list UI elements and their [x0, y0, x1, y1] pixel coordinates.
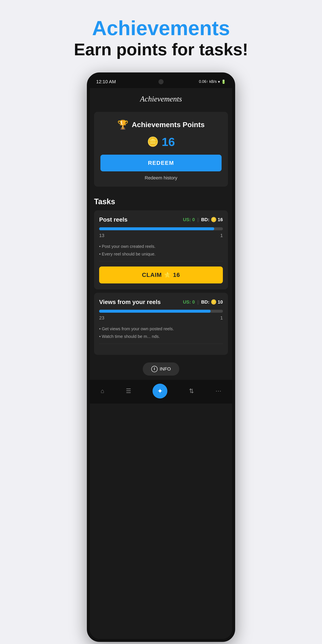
wifi-icon: ▾ [218, 80, 220, 84]
bd-label-2: BD: [201, 299, 209, 305]
bd-label: BD: [201, 217, 209, 222]
nav-item-transfer[interactable]: ⇅ [189, 388, 194, 394]
page-header: Achievements Earn points for tasks! [74, 0, 248, 72]
transfer-icon: ⇅ [189, 388, 194, 394]
task-name: Post reels [99, 216, 128, 223]
progress-max-2: 1 [220, 315, 223, 321]
task-us-reward: US: 0 [183, 217, 195, 222]
tasks-section: Tasks Post reels US: 0 | BD: 🪙 16 [90, 191, 232, 355]
task-rules: • Post your own created reels. • Every r… [99, 242, 223, 262]
phone-frame: 12:10 AM 0.06↑ kB/s ▾ 🔋 Achievements 🏆 A… [87, 72, 235, 642]
page-subtitle: Earn points for tasks! [74, 40, 248, 60]
claim-star: ⭐ [164, 272, 171, 278]
bottom-nav: ⌂ ☰ ✦ ⇅ ⋯ [90, 380, 232, 404]
status-icons: 0.06↑ kB/s ▾ 🔋 [199, 80, 226, 84]
task-card-post-reels: Post reels US: 0 | BD: 🪙 16 [94, 210, 228, 290]
task-bd-value: 16 [218, 217, 223, 222]
info-label: INFO [160, 366, 171, 372]
task-bd-reward: BD: 🪙 16 [201, 217, 223, 222]
progress-bar-bg [99, 227, 223, 230]
task-rewards-2: US: 0 | BD: 🪙 10 [183, 299, 223, 305]
progress-bar-fill [99, 227, 214, 230]
task-rule-2-1: • Get views from your own posted reels. [99, 325, 223, 332]
points-card: 🏆 Achievements Points 🪙 16 REDEEM Redeem… [94, 112, 228, 187]
task-rule-2: • Every reel should be unique. [99, 250, 223, 258]
task-bd-value-2: 10 [218, 299, 223, 305]
progress-numbers-2: 23 1 [99, 315, 223, 321]
task-bd-reward-2: BD: 🪙 10 [201, 299, 223, 305]
task-name-2: Views from your reels [99, 299, 161, 306]
progress-current-2: 23 [99, 315, 104, 321]
task-reward-divider: | [198, 217, 199, 222]
task-bd-coin: 🪙 [211, 217, 216, 222]
phone-content: Achievements 🏆 Achievements Points 🪙 16 … [90, 88, 232, 639]
page-title: Achievements [74, 17, 248, 40]
progress-bar-bg-2 [99, 310, 223, 313]
app-title-bar: Achievements [90, 88, 232, 108]
coin-icon: 🪙 [147, 136, 159, 147]
progress-max: 1 [220, 233, 223, 238]
points-title: Achievements Points [132, 120, 205, 129]
trophy-icon: 🏆 [117, 120, 128, 130]
camera-notch [158, 79, 164, 84]
task-us-reward-2: US: 0 [183, 299, 195, 305]
status-bar: 12:10 AM 0.06↑ kB/s ▾ 🔋 [90, 76, 232, 88]
status-time: 12:10 AM [96, 79, 116, 84]
battery-icon: 🔋 [221, 80, 226, 84]
nav-item-home[interactable]: ⌂ [100, 388, 104, 394]
task-reward-divider-2: | [198, 299, 199, 305]
info-button[interactable]: i INFO [143, 362, 180, 376]
task-rule-1: • Post your own created reels. [99, 242, 223, 250]
progress-bar-fill-2 [99, 310, 210, 313]
task-rewards: US: 0 | BD: 🪙 16 [183, 217, 223, 222]
nav-item-center[interactable]: ✦ [152, 384, 167, 398]
menu-icon: ☰ [126, 388, 131, 394]
nav-item-more[interactable]: ⋯ [216, 388, 222, 394]
nav-item-menu[interactable]: ☰ [126, 388, 131, 394]
claim-button[interactable]: CLAIM ⭐ 16 [99, 266, 223, 284]
signal-icon: 0.06↑ kB/s [199, 80, 217, 84]
task-header: Post reels US: 0 | BD: 🪙 16 [99, 216, 223, 223]
info-bar: i INFO [90, 358, 232, 380]
progress-numbers: 13 1 [99, 233, 223, 238]
tasks-label: Tasks [94, 197, 228, 206]
progress-current: 13 [99, 233, 104, 238]
home-icon: ⌂ [100, 388, 104, 394]
task-header-2: Views from your reels US: 0 | BD: 🪙 10 [99, 299, 223, 306]
task-bd-coin-2: 🪙 [211, 299, 216, 305]
points-header: 🏆 Achievements Points [100, 120, 222, 130]
more-icon: ⋯ [216, 388, 222, 394]
task-rules-2: • Get views from your own posted reels. … [99, 325, 223, 344]
points-value: 16 [162, 135, 175, 149]
claim-label: CLAIM [142, 272, 162, 278]
points-display: 🪙 16 [100, 135, 222, 149]
redeem-button[interactable]: REDEEM [100, 155, 222, 172]
task-rule-2-2: • Watch time should be m... nds. [99, 332, 223, 340]
claim-value: 16 [173, 272, 180, 278]
app-title: Achievements [140, 95, 182, 103]
info-icon: i [151, 366, 158, 372]
task-card-views-reels: Views from your reels US: 0 | BD: 🪙 10 [94, 293, 228, 355]
redeem-history-link[interactable]: Redeem history [100, 175, 222, 181]
center-icon: ✦ [157, 387, 163, 395]
